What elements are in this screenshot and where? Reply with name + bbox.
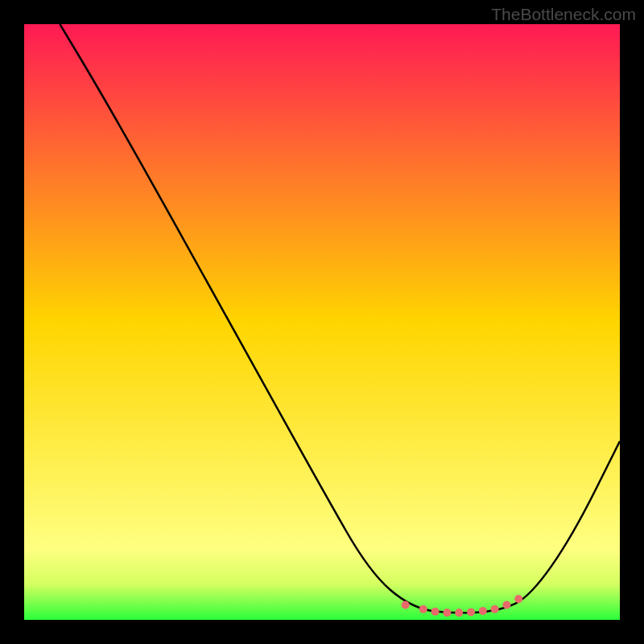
highlight-dot	[419, 605, 427, 613]
dots-layer	[24, 24, 620, 620]
plot-area	[24, 24, 620, 620]
highlight-dot	[514, 595, 522, 603]
highlight-dot	[479, 607, 487, 615]
highlight-dot	[455, 609, 463, 617]
highlight-dot	[491, 605, 499, 613]
highlight-dot	[443, 609, 451, 617]
highlight-dot	[467, 608, 475, 616]
watermark-text: TheBottleneck.com	[491, 5, 636, 24]
chart-container: TheBottleneck.com	[0, 0, 644, 644]
highlight-dots	[402, 595, 523, 617]
highlight-dot	[402, 601, 410, 609]
highlight-dot	[502, 601, 510, 609]
highlight-dot	[431, 608, 440, 616]
